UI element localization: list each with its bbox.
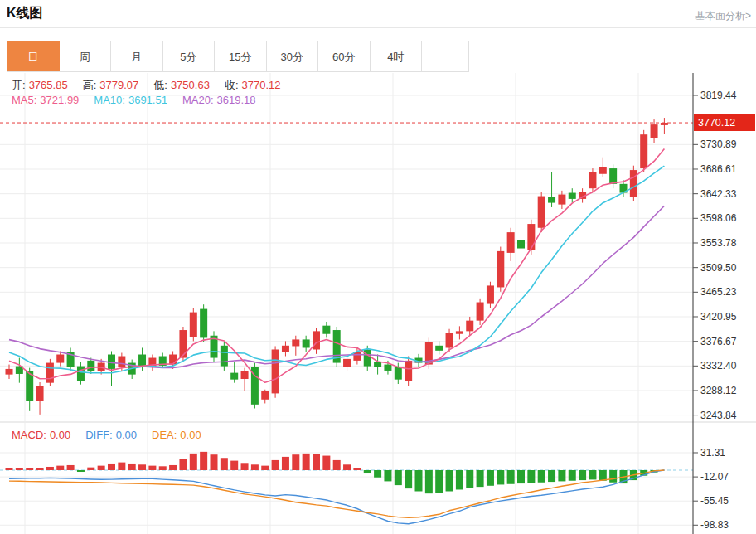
price-tick-label: 3376.67 — [700, 336, 736, 347]
price-tick-label: 3509.50 — [700, 262, 736, 274]
ohlc-item: 高:3779.07 — [83, 79, 143, 91]
macd-tick-label: -98.83 — [700, 519, 729, 531]
tab-30min[interactable]: 30分 — [267, 41, 319, 71]
macd-item: MACD:0.00 — [12, 429, 74, 441]
period-tabbar: 日周月5分15分30分60分4时 — [7, 41, 469, 72]
tab-week[interactable]: 周 — [60, 41, 112, 71]
tab-month[interactable]: 月 — [111, 41, 163, 71]
ma-item: MA20:3619.18 — [182, 94, 259, 106]
tab-60min[interactable]: 60分 — [318, 41, 371, 71]
macd-item: DEA:0.00 — [152, 429, 205, 441]
price-tick-label: 3598.06 — [700, 212, 736, 224]
tab-day[interactable]: 日 — [7, 41, 60, 71]
tabbar-filler — [422, 41, 469, 71]
price-tick-label: 3420.95 — [700, 311, 736, 323]
price-tick-label: 3332.40 — [700, 360, 736, 371]
ohlc-readout: 开:3765.85高:3779.07低:3750.63收:3770.12 — [12, 78, 296, 93]
tab-15min[interactable]: 15分 — [215, 41, 267, 71]
price-tick-label: 3553.78 — [700, 237, 736, 249]
ohlc-item: 收:3770.12 — [225, 79, 284, 91]
macd-item: DIFF:0.00 — [85, 429, 140, 441]
current-price-tag: 3770.12 — [694, 114, 755, 131]
macd-tick-label: -55.45 — [700, 495, 729, 507]
price-tick-label: 3243.84 — [700, 410, 736, 421]
macd-readout: MACD:0.00DIFF:0.00DEA:0.00 — [12, 429, 216, 441]
price-tick-label: 3686.61 — [700, 163, 736, 175]
price-tick-label: 3642.33 — [700, 188, 736, 200]
ma-item: MA10:3691.51 — [94, 94, 171, 106]
ma-item: MA5:3721.99 — [12, 94, 82, 106]
macd-tick-label: 31.31 — [700, 447, 725, 459]
price-tick-label: 3819.44 — [700, 90, 736, 101]
ohlc-item: 开:3765.85 — [12, 79, 71, 91]
price-tick-label: 3730.89 — [700, 138, 736, 150]
price-tick-label: 3288.12 — [700, 385, 736, 396]
tab-5min[interactable]: 5分 — [163, 41, 216, 71]
price-tick-label: 3465.23 — [700, 286, 736, 298]
ohlc-item: 低:3750.63 — [153, 79, 213, 91]
macd-tick-label: -12.07 — [700, 471, 729, 483]
ma-readout: MA5:3721.99MA10:3691.51MA20:3619.18 — [12, 94, 271, 106]
tab-4hour[interactable]: 4时 — [371, 41, 423, 71]
